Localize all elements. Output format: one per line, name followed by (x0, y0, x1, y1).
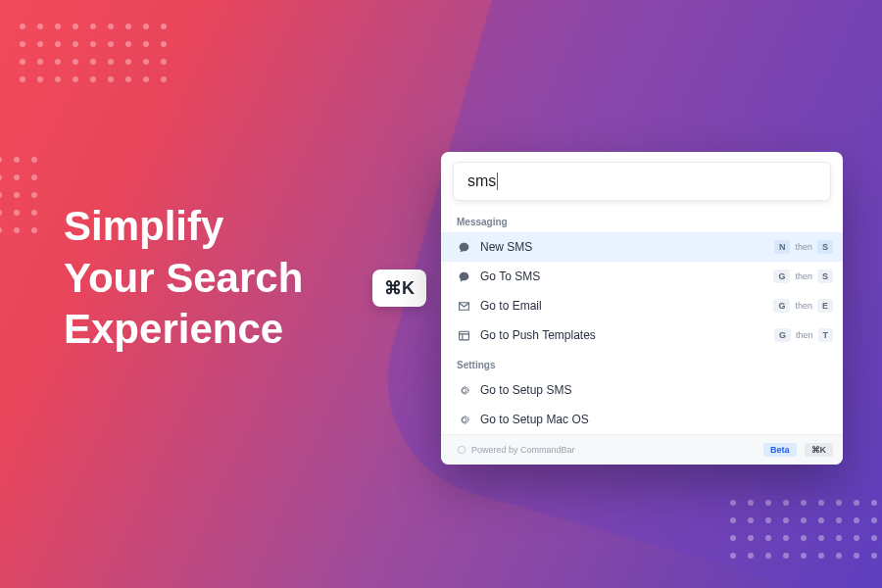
powered-by: Powered by CommandBar (457, 445, 756, 455)
svg-point-3 (458, 446, 466, 454)
shortcut-badge: ⌘K (372, 270, 426, 307)
keyboard-shortcut: GthenS (773, 270, 833, 283)
section-header: Settings (441, 350, 843, 375)
beta-badge: Beta (763, 443, 797, 457)
search-input[interactable]: sms (453, 162, 831, 201)
key: G (774, 328, 791, 342)
decorative-dots (730, 500, 877, 559)
mail-icon (457, 299, 470, 313)
decorative-dots (0, 157, 37, 233)
keyboard-shortcut: GthenT (774, 328, 833, 342)
command-item[interactable]: Go to Setup SMS (441, 375, 843, 405)
key: N (774, 240, 791, 254)
hero-headline: Simplify Your Search Experience (64, 201, 303, 356)
keyboard-shortcut: GthenE (773, 299, 833, 313)
gear-icon (457, 383, 470, 397)
key: S (817, 240, 833, 254)
key: G (773, 299, 790, 313)
command-label: Go to Setup Mac OS (480, 413, 833, 426)
command-label: Go to Setup SMS (480, 383, 833, 397)
search-value: sms (467, 172, 496, 190)
template-icon (457, 328, 470, 342)
key: S (817, 270, 833, 283)
key: T (818, 328, 834, 342)
command-item[interactable]: Go to Push TemplatesGthenT (441, 320, 843, 350)
shortcut-hint: ⌘K (805, 443, 834, 457)
decorative-dots (20, 24, 167, 82)
palette-footer: Powered by CommandBar Beta ⌘K (441, 434, 843, 465)
headline-line: Experience (64, 304, 303, 356)
results-list: MessagingNew SMSNthenSGo To SMSGthenSGo … (441, 207, 843, 434)
command-item[interactable]: Go to EmailGthenE (441, 291, 843, 320)
command-item[interactable]: Go to Setup Mac OS (441, 405, 843, 434)
text-cursor (497, 172, 498, 190)
bubble-icon (457, 240, 470, 254)
command-palette: sms MessagingNew SMSNthenSGo To SMSGthen… (441, 152, 843, 465)
svg-rect-0 (459, 331, 468, 340)
command-label: Go to Push Templates (480, 328, 764, 342)
keyboard-shortcut: NthenS (774, 240, 833, 254)
headline-line: Your Search (64, 253, 303, 305)
key: G (773, 270, 790, 283)
command-label: Go To SMS (480, 270, 763, 283)
section-header: Messaging (441, 207, 843, 232)
headline-line: Simplify (64, 201, 303, 253)
command-label: Go to Email (480, 299, 763, 313)
command-label: New SMS (480, 240, 764, 254)
gear-icon (457, 413, 470, 426)
key: E (817, 299, 833, 313)
command-item[interactable]: New SMSNthenS (441, 232, 843, 262)
command-item[interactable]: Go To SMSGthenS (441, 262, 843, 291)
bubble-icon (457, 270, 470, 283)
